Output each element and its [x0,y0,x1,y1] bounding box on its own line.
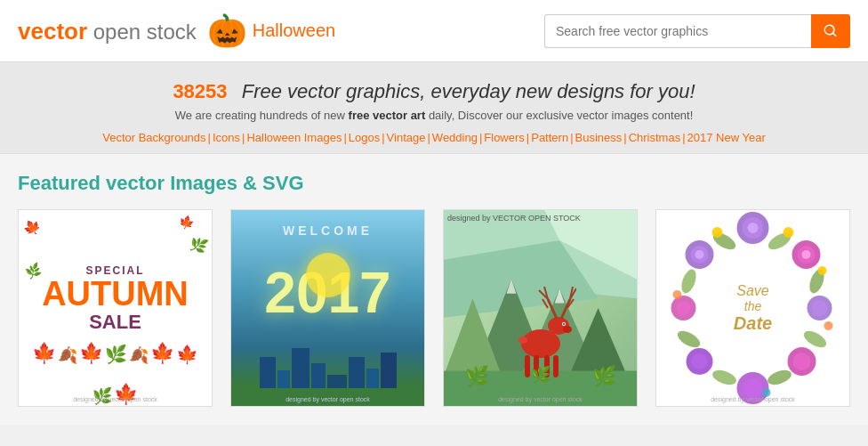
nav-link-newyear[interactable]: 2017 New Year [687,131,766,144]
svg-point-37 [793,353,811,370]
search-area [544,14,850,48]
count-number: 38253 [173,80,227,102]
svg-point-49 [801,328,829,351]
nav-link-backgrounds[interactable]: Vector Backgrounds [102,131,205,144]
card-watermark-3: designed by vector open stock [498,396,583,402]
date-label: Date [734,313,772,334]
autumn-content: 🍁 🍂 🍁 🌿 🍂 🍁 🍁 🌿 🍁 🍁 🌿 🍁 🌿 [19,210,212,406]
svg-point-56 [818,266,827,275]
save-label: Save [734,283,772,299]
card-watermark-2: designed by vector open stock [285,396,370,402]
welcome-label: WELCOME [283,223,373,238]
sun-circle [306,253,350,297]
card-watermark-4: designed by vector open stock [711,396,795,402]
image-grid: 🍁 🍂 🍁 🌿 🍂 🍁 🍁 🌿 🍁 🍁 🌿 🍁 🌿 [18,209,850,407]
nav-link-icons[interactable]: Icons [213,131,240,144]
svg-point-33 [802,250,811,259]
savedate-text: Save the Date [734,283,772,334]
logo-area: vector open stock 🎃 Halloween [18,12,335,50]
savedate-content: Save the Date designed by vector open st… [656,210,849,406]
hero-headline: 38253 Free vector graphics, everyday new… [18,80,850,103]
nav-link-wedding[interactable]: Wedding [432,131,478,144]
section-title: Featured vector Images & SVG [18,172,850,195]
svg-point-57 [712,227,723,238]
deer-svg [505,272,576,379]
site-header: vector open stock 🎃 Halloween [0,0,868,62]
pumpkin-icon: 🎃 [207,12,247,50]
svg-point-58 [673,290,682,299]
nav-link-vintage[interactable]: Vintage [387,131,426,144]
the-label: the [734,299,772,313]
svg-point-52 [675,328,703,351]
svg-point-27 [563,323,565,325]
autumn-main-text: AUTUMN [42,277,189,311]
main-content: Featured vector Images & SVG 🍁 🍂 🍁 🌿 🍂 🍁… [0,154,868,425]
svg-point-50 [766,368,793,388]
card-save-the-date[interactable]: Save the Date designed by vector open st… [655,209,850,407]
svg-point-41 [692,353,708,369]
search-input[interactable] [544,14,811,48]
site-logo[interactable]: vector open stock [18,20,197,43]
svg-point-17 [518,337,527,344]
hero-tagline: Free vector graphics, everyday new desig… [242,80,695,102]
nav-link-business[interactable]: Business [575,131,623,144]
halloween-label: Halloween [253,20,335,41]
nav-link-pattern[interactable]: Pattern [531,131,568,144]
logo-openstock-text: open stock [87,20,197,44]
search-icon [823,23,839,39]
welcome-content: WELCOME 2017 designed by vector open sto… [231,210,424,406]
card-deer[interactable]: designed by VECTOR OPEN STOCK [443,209,638,407]
autumn-sale-text: SALE [42,311,189,334]
nav-link-halloween[interactable]: Halloween Images [246,131,342,144]
svg-line-18 [548,299,557,319]
svg-point-43 [677,301,691,315]
card-autumn-sale[interactable]: 🍁 🍂 🍁 🌿 🍂 🍁 🍁 🌿 🍁 🍁 🌿 🍁 🌿 [18,209,213,407]
hero-subtitle: We are creating hundreds of new free vec… [18,109,850,122]
svg-point-30 [748,223,759,233]
hero-banner: 38253 Free vector graphics, everyday new… [0,62,868,154]
deer-content: designed by VECTOR OPEN STOCK [444,210,637,406]
card-welcome-2017[interactable]: WELCOME 2017 designed by vector open sto… [230,209,425,407]
nav-link-logos[interactable]: Logos [349,131,380,144]
nav-link-flowers[interactable]: Flowers [484,131,525,144]
svg-point-12 [563,326,572,333]
card-watermark-1: designed by vector open stock [73,396,157,402]
logo-vector-text: vector [18,18,87,45]
nav-links: Vector Backgrounds | Icons | Halloween I… [18,131,850,144]
search-button[interactable] [811,14,850,48]
svg-point-39 [743,378,763,398]
svg-point-35 [812,300,828,316]
halloween-badge: 🎃 Halloween [207,12,335,50]
svg-point-46 [695,250,704,259]
svg-point-51 [711,368,738,388]
nav-link-christmas[interactable]: Christmas [629,131,681,144]
svg-point-55 [784,227,794,238]
svg-point-53 [679,267,699,295]
svg-line-22 [561,299,570,319]
svg-point-59 [824,321,833,330]
